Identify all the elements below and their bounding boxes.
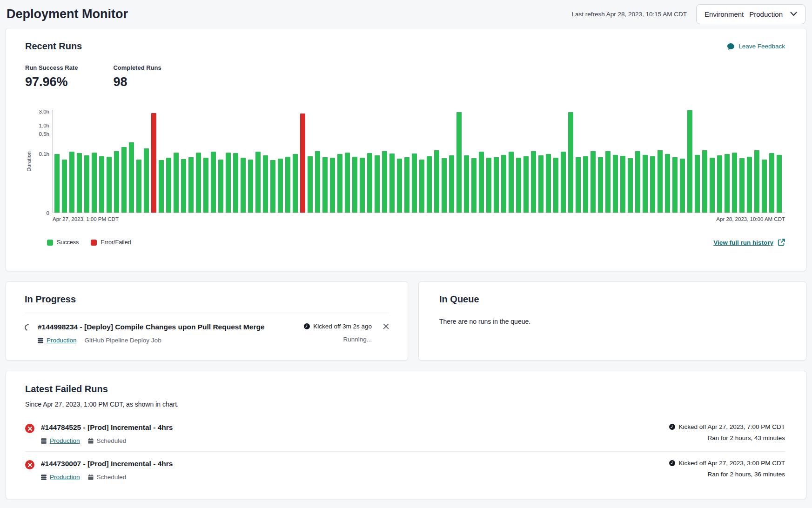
- chart-bar-success[interactable]: [69, 152, 74, 213]
- environment-dropdown[interactable]: Environment Production: [696, 4, 805, 24]
- chart-bar-success[interactable]: [695, 155, 700, 213]
- chart-bar-success[interactable]: [263, 155, 268, 213]
- chart-bar-success[interactable]: [702, 150, 707, 213]
- chart-bar-success[interactable]: [643, 155, 648, 213]
- chart-bar-success[interactable]: [211, 152, 216, 213]
- chart-bar-success[interactable]: [598, 157, 603, 213]
- chart-bar-success[interactable]: [583, 156, 588, 213]
- chart-bar-success[interactable]: [84, 155, 89, 213]
- chart-bar-success[interactable]: [419, 160, 424, 213]
- chart-bar-success[interactable]: [658, 150, 663, 213]
- chart-bar-success[interactable]: [546, 154, 551, 213]
- chart-bar-success[interactable]: [613, 155, 618, 213]
- chart-bar-success[interactable]: [494, 157, 499, 213]
- chart-bar-success[interactable]: [144, 148, 149, 213]
- chart-bar-success[interactable]: [293, 154, 298, 213]
- chart-bar-success[interactable]: [732, 153, 737, 213]
- chart-bar-success[interactable]: [389, 154, 395, 213]
- close-icon[interactable]: [383, 323, 389, 329]
- chart-bar-success[interactable]: [591, 151, 596, 213]
- chart-bar-success[interactable]: [509, 152, 514, 213]
- chart-bar-success[interactable]: [412, 154, 417, 213]
- chart-bar-success[interactable]: [650, 156, 655, 213]
- chart-bar-success[interactable]: [114, 151, 119, 213]
- chart-bar-success[interactable]: [255, 152, 261, 213]
- chart-bar-success[interactable]: [456, 112, 462, 213]
- chart-bar-success[interactable]: [226, 153, 231, 213]
- chart-bar-success[interactable]: [538, 155, 544, 213]
- chart-bar-success[interactable]: [635, 151, 640, 213]
- chart-bar-success[interactable]: [710, 158, 715, 213]
- chart-bar-success[interactable]: [605, 151, 611, 213]
- chart-bar-success[interactable]: [620, 156, 625, 213]
- chart-bar-success[interactable]: [471, 158, 476, 213]
- chart-bar-success[interactable]: [777, 155, 782, 213]
- chart-bar-success[interactable]: [397, 159, 402, 213]
- chart-bar-success[interactable]: [159, 160, 164, 213]
- chart-bar-success[interactable]: [315, 151, 320, 213]
- chart-bar-success[interactable]: [241, 158, 246, 213]
- chart-bar-success[interactable]: [181, 159, 186, 213]
- leave-feedback-link[interactable]: Leave Feedback: [727, 43, 785, 50]
- chart-bar-success[interactable]: [427, 156, 432, 213]
- chart-bar-success[interactable]: [375, 155, 380, 213]
- chart-bar-success[interactable]: [345, 153, 350, 213]
- chart-bar-success[interactable]: [501, 155, 506, 213]
- chart-bar-success[interactable]: [196, 153, 201, 213]
- chart-bar-success[interactable]: [92, 153, 97, 213]
- legend-item[interactable]: Error/Failed: [91, 239, 131, 246]
- chart-bar-success[interactable]: [166, 158, 171, 213]
- chart-bar-success[interactable]: [553, 158, 558, 213]
- chart-bar-success[interactable]: [77, 153, 82, 213]
- chart-bar-success[interactable]: [747, 157, 752, 213]
- chart-bar-success[interactable]: [531, 151, 536, 213]
- chart-bar-success[interactable]: [352, 157, 357, 213]
- chart-bar-success[interactable]: [434, 150, 439, 213]
- environment-link[interactable]: Production: [41, 474, 80, 481]
- chart-bar-success[interactable]: [725, 154, 730, 213]
- chart-bar-success[interactable]: [404, 157, 409, 213]
- view-full-run-history-link[interactable]: View full run history: [713, 239, 785, 246]
- chart-bar-success[interactable]: [308, 156, 313, 213]
- chart-bar-success[interactable]: [107, 157, 112, 213]
- chart-bar-success[interactable]: [486, 158, 491, 213]
- chart-bar-success[interactable]: [233, 153, 238, 213]
- chart-bar-success[interactable]: [523, 156, 529, 213]
- chart-bar-success[interactable]: [680, 159, 685, 213]
- chart-bar-success[interactable]: [330, 158, 335, 213]
- chart-bar-success[interactable]: [442, 158, 447, 213]
- chart-bar-success[interactable]: [337, 154, 342, 213]
- chart-bar-success[interactable]: [360, 158, 365, 213]
- chart-bar-success[interactable]: [687, 110, 692, 213]
- chart-bar-success[interactable]: [270, 160, 275, 213]
- chart-bar-success[interactable]: [576, 157, 581, 213]
- chart-bar-success[interactable]: [754, 150, 759, 213]
- chart-bar-success[interactable]: [218, 160, 223, 213]
- chart-bar-success[interactable]: [136, 160, 141, 213]
- chart-bar-success[interactable]: [129, 142, 134, 213]
- chart-bar-success[interactable]: [248, 160, 253, 213]
- chart-bar-success[interactable]: [174, 153, 179, 213]
- chart-bar-success[interactable]: [665, 154, 670, 213]
- chart-bar-success[interactable]: [203, 158, 208, 213]
- chart-bar-success[interactable]: [121, 147, 127, 213]
- chart-bar-success[interactable]: [769, 153, 774, 213]
- chart-bar-success[interactable]: [739, 158, 745, 213]
- chart-bar-error[interactable]: [300, 114, 305, 213]
- chart-bar-success[interactable]: [628, 158, 633, 213]
- chart-bar-success[interactable]: [449, 155, 454, 213]
- chart-bar-success[interactable]: [278, 159, 283, 213]
- legend-item[interactable]: Success: [47, 239, 79, 246]
- chart-bar-success[interactable]: [54, 154, 60, 213]
- chart-bar-success[interactable]: [367, 153, 372, 213]
- chart-bar-success[interactable]: [188, 157, 194, 213]
- chart-bar-success[interactable]: [762, 160, 767, 213]
- chart-bar-success[interactable]: [561, 152, 566, 213]
- chart-bar-success[interactable]: [322, 157, 328, 213]
- environment-link[interactable]: Production: [38, 337, 77, 344]
- chart-bar-success[interactable]: [99, 156, 104, 213]
- chart-bar-error[interactable]: [151, 113, 156, 213]
- chart-bar-success[interactable]: [479, 152, 484, 213]
- chart-bar-success[interactable]: [568, 112, 573, 213]
- chart-bar-success[interactable]: [516, 158, 521, 213]
